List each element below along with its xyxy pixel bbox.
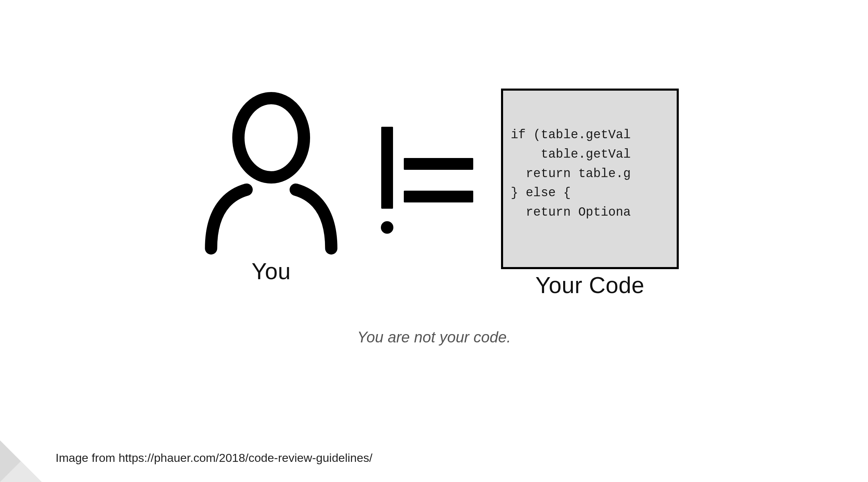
- page-corner-icon: [0, 440, 42, 482]
- figure-caption: You are not your code.: [0, 329, 868, 346]
- code-column: if (table.getVal table.getVal return tab…: [501, 89, 679, 298]
- exclamation-icon: [381, 127, 393, 234]
- equals-icon: [404, 158, 473, 202]
- you-column: You: [189, 89, 353, 284]
- code-label: Your Code: [535, 272, 644, 298]
- slide: You if (table.getVal table.getVal return…: [0, 0, 868, 482]
- code-snippet-box: if (table.getVal table.getVal return tab…: [501, 89, 679, 269]
- person-icon: [189, 89, 353, 255]
- you-label: You: [252, 258, 291, 284]
- not-equal-operator: [381, 127, 473, 234]
- comparison-figure: You if (table.getVal table.getVal return…: [0, 89, 868, 298]
- svg-point-0: [239, 98, 304, 177]
- image-attribution: Image from https://phauer.com/2018/code-…: [56, 451, 373, 465]
